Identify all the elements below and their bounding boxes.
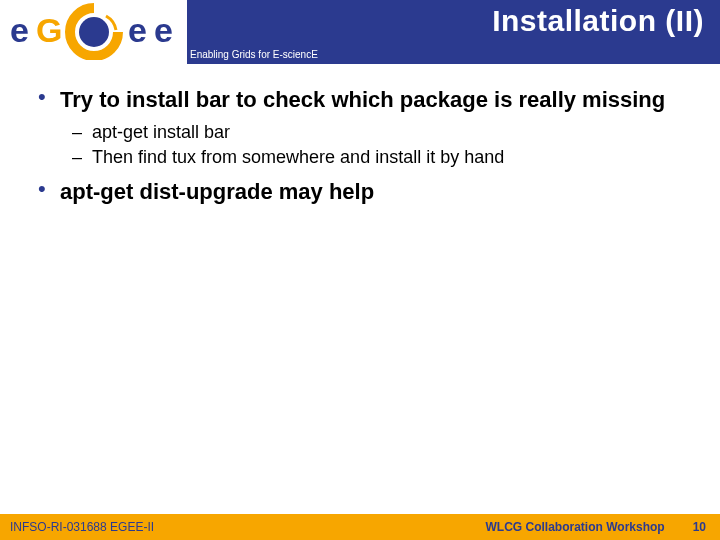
footer: INFSO-RI-031688 EGEE-II WLCG Collaborati… (0, 514, 720, 540)
svg-text:e: e (10, 11, 29, 49)
tagline: Enabling Grids for E-sciencE (190, 49, 318, 60)
svg-point-0 (79, 17, 109, 47)
footer-conference: WLCG Collaboration Workshop (486, 520, 665, 534)
footer-page: 10 (693, 520, 706, 534)
svg-text:G: G (36, 11, 62, 49)
footer-left: INFSO-RI-031688 EGEE-II (10, 520, 154, 534)
svg-text:e: e (128, 11, 147, 49)
bullet-list: Try to install bar to check which packag… (30, 86, 690, 205)
svg-text:e: e (154, 11, 173, 49)
sub-bullet-item: apt-get install bar (72, 122, 690, 143)
bullet-text: Try to install bar to check which packag… (60, 86, 690, 114)
footer-right: WLCG Collaboration Workshop 10 (486, 520, 706, 534)
sub-bullet-item: Then find tux from somewhere and install… (72, 147, 690, 168)
slide: e G e e Installation (II) Enabling Grids… (0, 0, 720, 540)
bullet-item: Try to install bar to check which packag… (30, 86, 690, 168)
header: e G e e Installation (II) Enabling Grids… (0, 0, 720, 64)
body: Try to install bar to check which packag… (0, 64, 720, 514)
egee-logo: e G e e (8, 2, 178, 60)
bullet-item: apt-get dist-upgrade may help (30, 178, 690, 206)
slide-title: Installation (II) (492, 4, 704, 38)
bullet-text: apt-get dist-upgrade may help (60, 178, 690, 206)
sub-bullet-list: apt-get install bar Then find tux from s… (72, 122, 690, 168)
